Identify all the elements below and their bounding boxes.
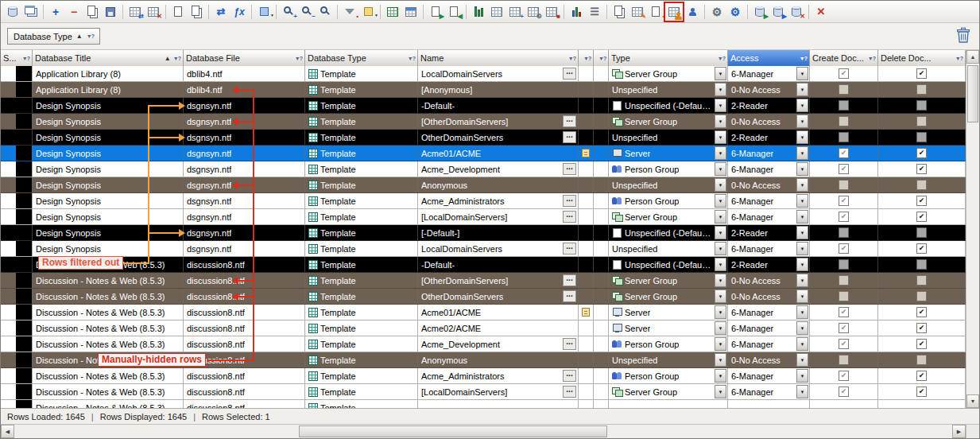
create-doc-checkbox[interactable]	[839, 84, 849, 95]
type-dropdown-button[interactable]: ▼	[715, 178, 726, 192]
cell-name[interactable]: [OtherDomainServers]...	[418, 273, 579, 288]
type-dropdown-button[interactable]: ▼	[715, 353, 726, 367]
cell-row-indicator[interactable]	[1, 352, 33, 367]
cell-create[interactable]	[810, 273, 878, 288]
exit-icon[interactable]: ✕	[812, 3, 830, 21]
cell-dbtype[interactable]: Template	[305, 384, 418, 399]
scroll-up-button[interactable]: ▲	[966, 50, 979, 64]
cell-del[interactable]: ✔	[878, 161, 966, 177]
cell-n2[interactable]	[594, 368, 609, 383]
cell-title[interactable]: Design Synopsis	[33, 225, 184, 240]
access-dropdown-button[interactable]: ▼	[796, 353, 808, 367]
ellipsis-button[interactable]: ...	[563, 68, 576, 80]
access-dropdown-button[interactable]: ▼	[796, 115, 808, 128]
cell-n1[interactable]	[579, 98, 594, 113]
create-doc-checkbox[interactable]: ✔	[839, 243, 849, 254]
cell-access[interactable]: 6-Manager▼	[728, 321, 810, 336]
cell-title[interactable]: Design Synopsis	[33, 146, 184, 161]
cell-name[interactable]: Acme01/ACME	[418, 146, 579, 161]
cell-title[interactable]: Design Synopsis	[33, 114, 184, 129]
access-dropdown-button[interactable]: ▼	[796, 289, 808, 303]
delete-doc-checkbox[interactable]	[916, 100, 927, 111]
cell-title[interactable]: Discussion - Notes & Web (8.5.3)	[33, 336, 184, 352]
cell-dbtype[interactable]: Template	[305, 114, 418, 129]
ellipsis-button[interactable]: ...	[563, 131, 576, 143]
table-row[interactable]: Discussion - Notes & Web (8.5.3)discussi…	[1, 400, 966, 408]
delete-doc-checkbox[interactable]: ✔	[916, 339, 927, 349]
cell-title[interactable]: Design Synopsis	[33, 161, 184, 177]
cell-n2[interactable]	[594, 289, 609, 304]
cell-dbtype[interactable]: Template	[305, 82, 418, 97]
create-doc-checkbox[interactable]: ✔	[839, 307, 849, 317]
ellipsis-button[interactable]: ...	[563, 211, 576, 223]
cell-del[interactable]: ✔	[878, 305, 966, 320]
cell-n2[interactable]	[594, 321, 609, 336]
horizontal-scrollbar[interactable]: ◀ ▶	[1, 424, 979, 438]
cell-row-indicator[interactable]	[1, 273, 33, 288]
table-row[interactable]: Design Synopsisdsgnsyn.ntfTemplateAnonym…	[1, 177, 966, 193]
horizontal-scroll-thumb[interactable]	[299, 425, 607, 437]
cell-n1[interactable]	[579, 400, 594, 408]
cell-name[interactable]: [LocalDomainServers]...	[418, 209, 579, 224]
cell-file[interactable]: discussion8.ntf	[184, 336, 305, 352]
cell-access[interactable]: 6-Manager▼	[728, 66, 810, 81]
cell-n1[interactable]	[579, 209, 594, 224]
cell-type[interactable]: Unspecified (-Default-)▼	[609, 257, 728, 272]
edit-grid-icon[interactable]: ✎	[629, 3, 646, 21]
create-doc-checkbox[interactable]	[839, 116, 849, 126]
cell-row-indicator[interactable]	[1, 321, 33, 336]
column-settings-icon[interactable]: ⚙	[525, 3, 542, 21]
cell-type[interactable]: Unspecified▼	[609, 352, 728, 367]
cell-access[interactable]: 0-No Access▼	[728, 289, 810, 304]
cell-dbtype[interactable]: Template	[305, 352, 418, 367]
cell-title[interactable]: Discussion - Notes & Web (8.5.3)	[33, 289, 184, 304]
cell-row-indicator[interactable]	[1, 146, 33, 161]
refresh-grid-icon[interactable]: ⇄	[126, 3, 144, 21]
access-dropdown-button[interactable]: ▼	[796, 67, 808, 80]
cell-n1[interactable]	[579, 321, 594, 336]
cell-type[interactable]: Unspecified (-Default-)▼	[609, 225, 728, 240]
freeze-panes-icon[interactable]	[402, 3, 420, 21]
cell-create[interactable]	[810, 82, 878, 97]
cell-n1[interactable]	[579, 273, 594, 288]
cell-name[interactable]: Anonymous	[418, 177, 579, 192]
cell-row-indicator[interactable]	[1, 161, 33, 177]
cell-dbtype[interactable]: Template	[305, 161, 418, 177]
cell-del[interactable]	[878, 177, 966, 192]
sign-database-icon[interactable]: •	[647, 3, 664, 21]
cell-n2[interactable]	[594, 82, 609, 97]
cell-name[interactable]: Acme_Development...	[418, 336, 579, 352]
export-file-icon[interactable]: ▶	[427, 3, 444, 21]
delete-doc-checkbox[interactable]	[916, 259, 927, 270]
delete-doc-checkbox[interactable]: ✔	[916, 371, 927, 381]
cell-file[interactable]: dsgnsyn.ntf	[184, 98, 305, 113]
cell-create[interactable]	[810, 98, 878, 113]
swap-values-icon[interactable]: ⇄	[212, 3, 230, 21]
ellipsis-button[interactable]: ...	[563, 195, 576, 207]
cell-access[interactable]: 2-Reader▼	[728, 257, 810, 272]
group-by-chip-database-type[interactable]: Database Type ▲ ▼?	[7, 28, 100, 45]
cell-type[interactable]: Server Group▼	[609, 114, 728, 129]
cell-type[interactable]: Server▼	[609, 146, 728, 161]
excel-columns-icon[interactable]	[470, 3, 487, 21]
cell-n2[interactable]	[594, 384, 609, 399]
column-header-create[interactable]: Create Doc...▼?	[810, 50, 878, 66]
type-dropdown-button[interactable]: ▼	[715, 162, 726, 176]
table-row[interactable]: Design Synopsisdsgnsyn.ntfTemplate[Other…	[1, 114, 966, 130]
cell-dbtype[interactable]: Template	[305, 368, 418, 383]
column-header-access[interactable]: Access▼?	[728, 50, 810, 66]
cell-dbtype[interactable]: Template	[305, 289, 418, 304]
create-doc-checkbox[interactable]	[839, 100, 849, 111]
create-doc-checkbox[interactable]	[839, 132, 849, 142]
ellipsis-button[interactable]: ...	[563, 290, 576, 302]
access-dropdown-button[interactable]: ▼	[796, 321, 808, 335]
table-row[interactable]: Discussion - Notes & Web (8.5.3)discussi…	[1, 368, 966, 384]
cell-row-indicator[interactable]	[1, 305, 33, 320]
cell-dbtype[interactable]: Template	[305, 193, 418, 208]
import-file-icon[interactable]: ◀	[445, 3, 463, 21]
cell-create[interactable]	[810, 400, 878, 408]
cell-file[interactable]: discussion8.ntf	[184, 305, 305, 320]
cell-row-indicator[interactable]	[1, 257, 33, 272]
cell-file[interactable]: discussion8.ntf	[184, 257, 305, 272]
cell-access[interactable]: 6-Manager▼	[728, 161, 810, 177]
